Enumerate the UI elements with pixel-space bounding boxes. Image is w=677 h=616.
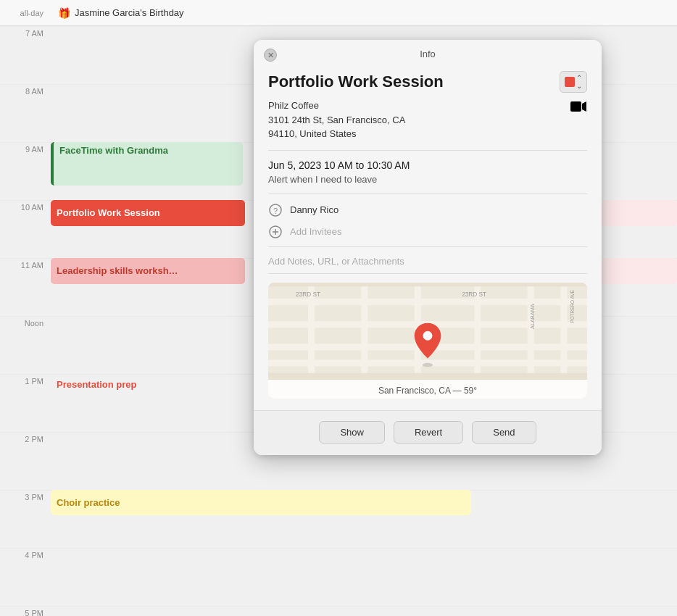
organizer-name: Danny Rico	[290, 204, 338, 215]
add-invitees-label: Add Invitees	[290, 226, 342, 237]
svg-text:ALABAMA: ALABAMA	[529, 304, 536, 329]
svg-text:?: ?	[273, 206, 278, 215]
svg-rect-16	[474, 286, 481, 372]
presentation-event[interactable]: Presentation prep	[51, 374, 203, 396]
map-location-text: San Francisco, CA — 59°	[378, 386, 477, 396]
choir-event-label: Choir practice	[57, 497, 120, 508]
time-label-10am: 10 AM	[0, 201, 51, 212]
plus-circle-icon	[268, 225, 283, 239]
svg-text:23RD ST: 23RD ST	[462, 291, 486, 298]
close-button[interactable]: ✕	[264, 49, 277, 62]
portfolio-event-label: Portfolio Work Session	[57, 207, 160, 218]
svg-text:23RD ST: 23RD ST	[296, 291, 320, 298]
time-label-4pm: 4 PM	[0, 549, 51, 559]
location-row: Philz Coffee 3101 24th St, San Francisco…	[268, 99, 587, 141]
info-popup: ✕ Info Portfolio Work Session ⌃⌄ Philz C…	[254, 40, 602, 455]
svg-rect-13	[308, 286, 315, 372]
svg-point-24	[423, 330, 433, 340]
svg-text:POTRERO AVE: POTRERO AVE	[570, 290, 575, 322]
popup-body: Portfolio Work Session ⌃⌄ Philz Coffee 3…	[254, 65, 602, 410]
time-label-7am: 7 AM	[0, 27, 51, 38]
leadership-event-label: Leadership skills worksh…	[57, 265, 178, 276]
color-picker-button[interactable]: ⌃⌄	[560, 71, 587, 93]
facetime-event[interactable]: FaceTime with Grandma	[51, 142, 243, 186]
notes-placeholder: Add Notes, URL, or Attachments	[268, 256, 404, 267]
event-title: Portfolio Work Session	[268, 72, 444, 91]
location-address: 3101 24th St, San Francisco, CA94110, Un…	[268, 113, 405, 141]
time-label-11am: 11 AM	[0, 259, 51, 270]
leadership-event[interactable]: Leadership skills worksh…	[51, 258, 245, 284]
send-button[interactable]: Send	[472, 421, 536, 444]
birthday-event[interactable]: 🎁 Jasmine Garcia's Birthday	[51, 4, 191, 22]
all-day-row: all-day 🎁 Jasmine Garcia's Birthday	[0, 0, 677, 26]
datetime-text: Jun 5, 2023 10 AM to 10:30 AM	[268, 159, 587, 171]
time-label-9am: 9 AM	[0, 143, 51, 154]
svg-point-23	[423, 362, 433, 367]
show-button[interactable]: Show	[319, 421, 385, 444]
time-label-1pm: 1 PM	[0, 375, 51, 386]
close-icon: ✕	[267, 51, 274, 60]
map-container[interactable]: 23RD ST 23RD ST ALABAMA POTRERO AVE San …	[268, 283, 587, 399]
revert-button[interactable]: Revert	[394, 421, 463, 444]
svg-rect-14	[361, 286, 367, 372]
location-text: Philz Coffee 3101 24th St, San Francisco…	[268, 99, 405, 141]
question-icon: ?	[268, 203, 283, 217]
presentation-event-label: Presentation prep	[57, 379, 137, 390]
portfolio-event[interactable]: Portfolio Work Session	[51, 200, 245, 226]
time-label-3pm: 3 PM	[0, 491, 51, 501]
map-footer: San Francisco, CA — 59°	[268, 380, 587, 399]
time-label-noon: Noon	[0, 317, 51, 328]
gift-icon: 🎁	[58, 7, 70, 19]
divider-1	[268, 150, 587, 151]
facetime-event-label: FaceTime with Grandma	[59, 145, 168, 156]
all-day-label: all-day	[0, 9, 51, 17]
svg-rect-17	[528, 286, 534, 372]
alert-text: Alert when I need to leave	[268, 174, 587, 185]
video-icon	[570, 100, 587, 117]
add-invitees-section[interactable]: Add Invitees	[268, 225, 587, 239]
svg-rect-0	[570, 101, 581, 112]
svg-marker-1	[582, 101, 586, 112]
popup-footer: Show Revert Send	[254, 410, 602, 455]
divider-2	[268, 193, 587, 194]
chevron-updown-icon: ⌃⌄	[576, 74, 582, 90]
map-svg: 23RD ST 23RD ST ALABAMA POTRERO AVE	[268, 283, 587, 377]
popup-title: Info	[420, 49, 436, 59]
time-label-2pm: 2 PM	[0, 433, 51, 444]
organizer-section: ? Danny Rico	[268, 203, 587, 217]
svg-rect-9	[268, 298, 587, 304]
color-swatch	[565, 77, 575, 87]
choir-event[interactable]: Choir practice	[51, 490, 471, 515]
time-label-8am: 8 AM	[0, 85, 51, 96]
svg-rect-18	[560, 286, 567, 372]
time-label-5pm: 5 PM	[0, 607, 51, 616]
notes-area[interactable]: Add Notes, URL, or Attachments	[268, 246, 587, 274]
birthday-event-label: Jasmine Garcia's Birthday	[75, 7, 184, 18]
popup-header: ✕ Info	[254, 40, 602, 65]
event-title-row: Portfolio Work Session ⌃⌄	[268, 71, 587, 93]
location-name: Philz Coffee	[268, 99, 405, 113]
